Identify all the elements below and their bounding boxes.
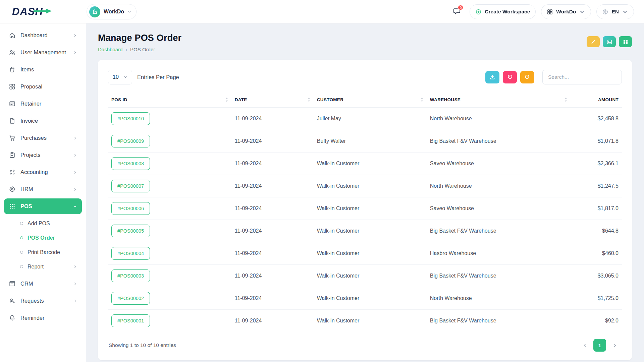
table-body: #POS0001011-09-2024Juliet MayNorth Wareh… [108,108,622,332]
pos-submenu: Add POSPOS OrderPrint BarcodeReport [4,216,82,276]
cell-date: 11-09-2024 [231,153,314,175]
app-switcher-button[interactable]: WorkDo [541,4,591,19]
pos-id-link[interactable]: #POS00004 [111,247,150,260]
sidebar-item-label: Projects [20,152,68,158]
sidebar-item-label: CRM [20,281,68,287]
messages-button[interactable]: 0 [449,4,464,19]
retainer-icon [9,100,16,107]
cell-customer: Walk-in Customer [314,153,427,175]
brand-logo[interactable]: DASH [12,6,87,18]
pos-id-link[interactable]: #POS00003 [111,269,150,282]
cell-amount: $92.0 [571,310,622,332]
sidebar-item-accounting[interactable]: Accounting [4,164,82,180]
undo-icon [507,74,513,80]
sidebar-item-label: HRM [20,186,68,192]
proposal-icon [9,83,16,90]
table-toolbar: 10 Entries Per Page [108,70,622,84]
column-header-date[interactable]: DATE [231,92,314,108]
column-header-label: WAREHOUSE [430,97,461,102]
cell-pos-id: #POS00008 [108,153,231,175]
export-button[interactable] [485,71,499,83]
workspace-selector[interactable]: WorkDo [87,4,137,19]
pos-id-link[interactable]: #POS00008 [111,157,150,170]
cell-pos-id: #POS00005 [108,220,231,242]
sidebar-item-reminder[interactable]: Reminder [4,310,82,326]
cell-amount: $1,817.0 [571,197,622,220]
table-row: #POS0000411-09-2024Walk-in CustomerHasbr… [108,242,622,265]
pos-id-link[interactable]: #POS00001 [111,314,150,327]
pagination-prev-button[interactable] [578,339,591,352]
pos-id-link[interactable]: #POS00006 [111,202,150,215]
pagination-page-1-button[interactable]: 1 [593,339,606,352]
cell-pos-id: #POS00002 [108,287,231,310]
chevron-left-icon [582,343,587,348]
sidebar-item-proposal[interactable]: Proposal [4,79,82,95]
cell-customer: Walk-in Customer [314,175,427,197]
refresh-button[interactable] [520,71,534,83]
sidebar-item-label: Requests [20,298,68,304]
sidebar-item-dashboard[interactable]: Dashboard [4,27,82,43]
language-label: EN [611,9,619,15]
column-header-pos-id[interactable]: POS ID [108,92,231,108]
sidebar-item-crm[interactable]: CRM [4,276,82,292]
search-input[interactable] [542,70,622,84]
cell-warehouse: Hasbro Warehouse [427,242,571,265]
sidebar-item-pos[interactable]: POS [4,198,82,214]
column-header-amount[interactable]: AMOUNT [571,92,622,108]
grid-view-button[interactable] [619,36,632,47]
sidebar-item-projects[interactable]: Projects [4,147,82,163]
sidebar-item-invoice[interactable]: Invoice [4,113,82,129]
customize-button[interactable] [587,36,600,47]
column-header-label: CUSTOMER [317,97,343,102]
pos-id-link[interactable]: #POS00002 [111,292,150,305]
table-row: #POS0000511-09-2024Walk-in CustomerBig B… [108,220,622,242]
pos-id-link[interactable]: #POS00009 [111,135,150,147]
breadcrumb-separator-icon: › [125,47,127,52]
column-header-customer[interactable]: CUSTOMER [314,92,427,108]
cell-amount: $2,458.8 [571,108,622,130]
reset-button[interactable] [503,71,517,83]
entries-per-page-select[interactable]: 10 [108,70,132,84]
language-selector[interactable]: EN [596,4,634,19]
pos-id-link[interactable]: #POS00010 [111,112,150,125]
sidebar-item-user-management[interactable]: User Management [4,45,82,60]
sidebar-subitem-pos-order[interactable]: POS Order [4,231,82,245]
sidebar-item-retainer[interactable]: Retainer [4,96,82,112]
chevron-right-icon [73,170,77,174]
chevron-right-icon [73,265,77,269]
pos-id-link[interactable]: #POS00005 [111,225,150,237]
cell-customer: Walk-in Customer [314,197,427,220]
purchases-icon [9,134,16,141]
column-header-warehouse[interactable]: WAREHOUSE [427,92,571,108]
sidebar-subitem-report[interactable]: Report [4,259,82,274]
chevron-right-icon [73,299,77,303]
chevron-right-icon [73,136,77,140]
sidebar-subitem-label: Add POS [28,221,50,227]
media-button[interactable] [603,36,616,47]
sidebar-item-items[interactable]: Items [4,62,82,77]
cell-amount: $2,366.1 [571,153,622,175]
sidebar-item-label: User Management [20,49,68,56]
pagination: 1 [578,339,621,352]
breadcrumb-dashboard-link[interactable]: Dashboard [98,47,122,52]
sidebar-subitem-add-pos[interactable]: Add POS [4,216,82,231]
cell-customer: Walk-in Customer [314,287,427,310]
sidebar-item-requests[interactable]: Requests [4,293,82,309]
sidebar: DashboardUser ManagementItemsProposalRet… [0,23,86,362]
table-row: #POS0000911-09-2024Buffy WalterBig Baske… [108,130,622,153]
pos-id-link[interactable]: #POS00007 [111,180,150,192]
sidebar-item-hrm[interactable]: HRM [4,181,82,197]
refresh-icon [524,74,530,80]
reminder-icon [9,314,16,321]
cell-date: 11-09-2024 [231,197,314,220]
create-workspace-button[interactable]: Create Workspace [470,4,536,19]
sidebar-item-label: Reminder [20,315,77,321]
chevron-right-icon [73,187,77,191]
sidebar-subitem-label: POS Order [28,235,55,241]
grid-icon [547,9,553,15]
pagination-next-button[interactable] [608,339,621,352]
sidebar-item-purchases[interactable]: Purchases [4,130,82,146]
sidebar-subitem-print-barcode[interactable]: Print Barcode [4,245,82,259]
download-icon [489,74,495,80]
table-row: #POS0000111-09-2024Walk-in CustomerBig B… [108,310,622,332]
